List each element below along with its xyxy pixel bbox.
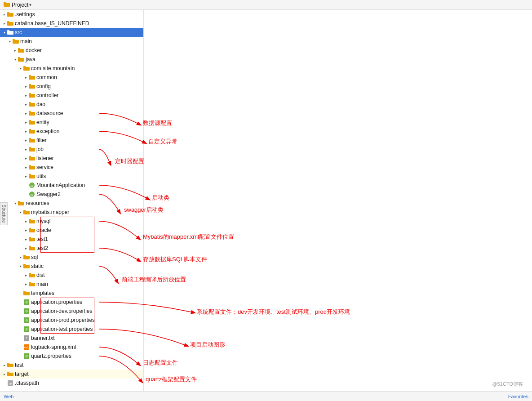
tree-item-label: utils [36,173,46,179]
svg-rect-37 [29,165,31,166]
svg-rect-6 [7,31,13,35]
tree-item-controller[interactable]: ▸controller [0,91,143,100]
svg-rect-57 [23,255,26,256]
tree-item-label: .settings [15,11,35,18]
tree-item-test[interactable]: ▸test [0,361,143,370]
tree-item-templates[interactable]: templates [0,289,143,298]
tree-item-dist[interactable]: ▸dist [0,271,143,280]
annotation-area [144,10,532,401]
svg-rect-45 [18,201,20,202]
svg-rect-13 [18,57,20,58]
tree-item-mysql[interactable]: ▸mysql [0,217,143,226]
tree-item-label: listener [36,155,54,161]
tree-item-main[interactable]: ▾main [0,37,143,46]
tree-item-resources[interactable]: ▾resources [0,199,143,208]
tree-item-common[interactable]: ▸common [0,73,143,82]
tree-item-service[interactable]: ▸service [0,163,143,172]
tree-item-application-test.properties[interactable]: ⚙ application-test.properties [0,325,143,334]
tree-item-job[interactable]: ▸job [0,145,143,154]
tree-item-label: target [15,371,29,377]
svg-rect-44 [18,202,24,205]
svg-rect-10 [18,49,24,53]
svg-rect-65 [23,291,26,292]
tree-item-datasource[interactable]: ▸datasource [0,109,143,118]
tree-item-label: banner.txt [31,335,55,341]
tree-item-mybatis.mapper[interactable]: ▾mybatis.mapper [0,208,143,217]
tree-item-label: common [36,74,57,80]
tree-item-main2[interactable]: ▸main [0,280,143,289]
tree-item-label: entity [36,119,49,125]
svg-rect-35 [29,156,31,157]
tree-item-label: mysql [36,218,50,224]
tree-item-label: application.properties [31,299,82,305]
tree-item-java[interactable]: ▾java [0,55,143,64]
tree-item-filter[interactable]: ▸filter [0,136,143,145]
tree-item-src[interactable]: ▾src [0,28,143,37]
tree-item-config[interactable]: ▸config [0,82,143,91]
tree-item-listener[interactable]: ▸listener [0,154,143,163]
tree-item-label: main [20,38,32,45]
svg-rect-20 [29,94,35,98]
tree-item-settings[interactable]: ▸.settings [0,10,143,19]
top-bar: Project ▾ [0,0,532,10]
tree-item-oracle[interactable]: ▸oracle [0,226,143,235]
tree-item-exception[interactable]: ▸exception [0,127,143,136]
tree-item-label: test2 [36,245,48,251]
svg-rect-18 [29,85,35,89]
project-folder-icon [4,1,10,8]
tree-item-label: sql [31,254,38,260]
tree-item-test2[interactable]: ▸test2 [0,244,143,253]
tree-item-application-dev.properties[interactable]: ⚙ application-dev.properties [0,307,143,316]
svg-rect-1 [4,2,6,4]
svg-rect-60 [29,274,35,277]
tree-item-utils[interactable]: ▸utils [0,172,143,181]
tree-item-label: test [15,362,23,368]
svg-rect-26 [29,121,35,125]
tree-item-label: Swagger2 [36,191,61,197]
tree-item-target[interactable]: ▸target [0,370,143,379]
tree-item-dao[interactable]: ▸dao [0,100,143,109]
tree-item-label: exception [36,128,59,134]
tree-item-Swagger2[interactable]: C Swagger2 [0,190,143,199]
tree-item-com.site.mountain[interactable]: ▾com.site.mountain [0,64,143,73]
svg-rect-54 [29,247,35,250]
svg-rect-29 [29,129,31,130]
file-tree: ▸.settings▸catalina.base_IS_UNDEFINED▾sr… [0,10,144,401]
tree-item-logback-spring.xml[interactable]: XML logback-spring.xml [0,343,143,352]
tree-item-catalina[interactable]: ▸catalina.base_IS_UNDEFINED [0,19,143,28]
svg-rect-62 [29,283,35,286]
tree-item-MountainApplication[interactable]: C MountainApplication [0,181,143,190]
structure-sidebar-label: Structure [0,202,8,225]
tree-item-application.properties[interactable]: ⚙ application.properties [0,298,143,307]
tree-item-label: config [36,83,51,89]
svg-text:C: C [31,184,33,188]
tree-item-sql[interactable]: ▸sql [0,253,143,262]
tree-item-label: dist [36,272,45,278]
svg-text:⚙: ⚙ [25,319,28,322]
svg-rect-36 [29,166,35,169]
topbar-title: Project [12,2,28,8]
svg-rect-39 [29,174,31,175]
tree-item-label: dao [36,101,45,107]
svg-text:XML: XML [24,346,30,349]
svg-rect-38 [29,175,35,178]
svg-rect-56 [23,256,30,259]
svg-rect-22 [29,103,35,107]
tree-item-label: application-test.properties [31,326,93,332]
tree-item-label: filter [36,137,47,143]
svg-rect-5 [7,21,9,22]
svg-rect-64 [23,292,30,295]
tree-item-entity[interactable]: ▸entity [0,118,143,127]
svg-rect-59 [23,264,26,265]
tree-item-application-prod.properties[interactable]: ⚙ application-prod.properties [0,316,143,325]
tree-item-.classpath[interactable]: cp .classpath [0,379,143,388]
tree-item-quartz.properties[interactable]: ⚙ quartz.properties [0,352,143,361]
tree-item-banner.txt[interactable]: T banner.txt [0,334,143,343]
tree-item-label: templates [31,290,54,296]
svg-rect-14 [23,67,30,71]
tree-item-static[interactable]: ▾static [0,262,143,271]
tree-item-test1[interactable]: ▸test1 [0,235,143,244]
tree-item-label: mybatis.mapper [31,209,69,215]
topbar-dropdown-icon[interactable]: ▾ [29,2,31,7]
tree-item-docker[interactable]: ▸docker [0,46,143,55]
